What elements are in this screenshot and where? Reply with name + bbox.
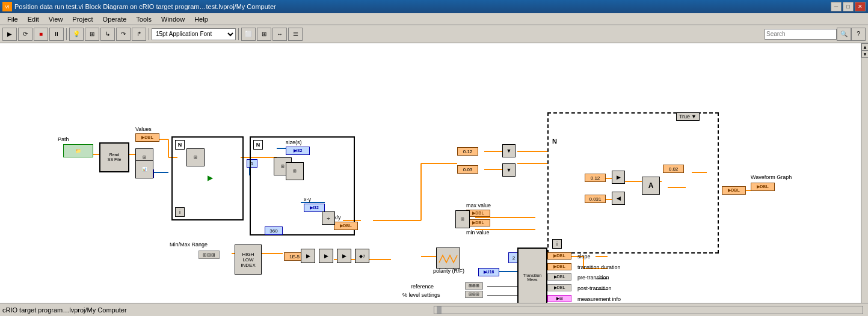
play-arrow-icon: ▶ — [205, 172, 215, 183]
font-selector[interactable]: 15pt Application Font — [152, 28, 236, 40]
read-ss-file-vi[interactable]: ReadSS File — [99, 142, 129, 172]
minimize-button[interactable]: ─ — [831, 2, 842, 11]
run-continuously-button[interactable]: ⟳ — [18, 28, 32, 41]
menu-operate[interactable]: Operate — [98, 14, 132, 24]
scroll-down-button[interactable]: ▼ — [861, 50, 868, 58]
case-n-label: N — [552, 138, 557, 145]
horizontal-scrollbar[interactable] — [434, 306, 864, 314]
toolbar-separator-1 — [66, 28, 67, 40]
0.12-constant-1[interactable]: 0.12 — [457, 147, 478, 156]
menu-bar: File Edit View Project Operate Tools Win… — [0, 13, 868, 25]
help-button[interactable]: ? — [851, 28, 866, 41]
case-comparator-2[interactable]: ◀ — [612, 192, 625, 205]
reference-terminal[interactable]: ⊞⊞⊞ — [465, 282, 483, 290]
diamond-block[interactable]: ◆? — [355, 249, 369, 263]
case-selector[interactable]: True ▼ — [676, 112, 700, 121]
max-value-dbl-2: ▶DBL — [466, 219, 490, 226]
close-button[interactable]: ✕ — [855, 2, 866, 11]
canvas-area: Path 📁 ReadSS File Values ▶DBL ⊞ 0 📊 N — [0, 43, 861, 303]
menu-help[interactable]: Help — [189, 14, 213, 24]
menu-view[interactable]: View — [44, 14, 68, 24]
max-value-label: max value — [466, 202, 491, 208]
size-i32-indicator: ▶I32 — [286, 147, 310, 155]
0.12-constant-2[interactable]: 0.12 — [585, 174, 606, 182]
scrollbar-right[interactable]: ▲ ▼ — [861, 43, 868, 303]
case-structure[interactable]: True ▼ N 0.12 0.031 ▶ ◀ A 0.02 i — [547, 112, 719, 254]
divide-block[interactable]: ÷ — [322, 211, 335, 225]
scroll-thumb[interactable] — [437, 306, 442, 314]
compare-block-1[interactable]: ▶ — [301, 249, 315, 263]
highlight-button[interactable]: 💡 — [69, 28, 84, 41]
search-container: 🔍 ? — [765, 28, 866, 41]
maximize-button[interactable]: □ — [843, 2, 854, 11]
0.02-constant[interactable]: 0.02 — [663, 165, 684, 173]
align-button[interactable]: ⬜ — [241, 28, 256, 41]
retain-wire-button[interactable]: ⊞ — [85, 28, 99, 41]
min-value-label: min value — [466, 229, 490, 235]
menu-project[interactable]: Project — [67, 14, 97, 24]
pause-button[interactable]: ⏸ — [49, 28, 64, 41]
compare-block-3[interactable]: ▶ — [337, 249, 351, 263]
min-max-range-label: Min/Max Range — [170, 242, 208, 248]
menu-file[interactable]: File — [2, 14, 23, 24]
transition-duration-label: transition duration — [577, 264, 621, 270]
360-constant[interactable]: 360 — [265, 226, 283, 235]
polarity-label: polarity (R/F) — [433, 268, 464, 274]
pct-level-terminal[interactable]: ⊞⊞⊞ — [465, 291, 483, 298]
true-label: True — [679, 114, 690, 120]
max-min-block[interactable]: ⊞ — [455, 210, 470, 228]
step-into-button[interactable]: ↳ — [100, 28, 115, 41]
toolbar-separator-2 — [149, 28, 149, 40]
run-button[interactable]: ▶ — [2, 28, 17, 41]
block-diagram[interactable]: Path 📁 ReadSS File Values ▶DBL ⊞ 0 📊 N — [0, 43, 861, 303]
array-block-2[interactable]: ⊞ — [286, 162, 304, 180]
abort-button[interactable]: ■ — [34, 28, 48, 41]
title-bar: VI Position data run test.vi Block Diagr… — [0, 0, 868, 13]
scroll-up-button[interactable]: ▲ — [861, 43, 868, 50]
transition-meas-vi[interactable]: TransitionMeas — [517, 248, 547, 303]
output-dbl-indicator: ▶DBL — [722, 186, 746, 195]
waveform-block[interactable] — [436, 248, 460, 269]
case-comparator-1[interactable]: ▶ — [612, 171, 625, 184]
path-control[interactable]: 📁 — [63, 144, 93, 157]
step-out-button[interactable]: ↱ — [132, 28, 146, 41]
step-over-button[interactable]: ↷ — [116, 28, 131, 41]
x-over-y-dbl-indicator: ▶DBL — [334, 222, 358, 230]
values-dbl-indicator: ▶DBL — [135, 133, 159, 142]
measurement-info-label: measurement info — [577, 296, 621, 302]
0.031-constant[interactable]: 0.031 — [585, 195, 606, 203]
inner-for-n-terminal: N — [253, 140, 263, 150]
0.03-constant[interactable]: 0.03 — [457, 165, 478, 174]
transition-dbl: ▶DBL — [547, 263, 571, 270]
resize-button[interactable]: ↔ — [272, 28, 287, 41]
pct-level-label: % level settings — [402, 292, 440, 298]
waveform-graph-dbl: ▶DBL — [751, 183, 775, 191]
high-low-index-block[interactable]: HIGH LOW INDEX — [235, 245, 262, 275]
spreadsheet-vi[interactable]: 📊 — [135, 160, 153, 178]
search-input[interactable] — [765, 29, 837, 40]
menu-window[interactable]: Window — [156, 14, 189, 24]
a-block[interactable]: A — [642, 177, 660, 195]
comparator-2[interactable]: ▼ — [502, 163, 516, 177]
pre-transition-terminal: ▶DBL — [547, 273, 571, 281]
diagram-svg — [0, 43, 861, 303]
x-y-label: x-y — [304, 196, 311, 202]
compare-block-2[interactable]: ▶ — [319, 249, 333, 263]
slope-dbl: ▶DBL — [547, 252, 571, 260]
comparator-1[interactable]: ▼ — [502, 144, 516, 157]
case-i-terminal: i — [552, 239, 562, 249]
size-s-label: size(s) — [286, 139, 302, 145]
subarray-block[interactable]: ⊞ — [186, 148, 205, 166]
min-max-terminal[interactable]: ⊞⊞⊞ — [199, 251, 220, 259]
for-loop-n-terminal: N — [175, 140, 185, 150]
reorder-button[interactable]: ☰ — [288, 28, 303, 41]
reference-label: reference — [411, 284, 434, 290]
window-controls[interactable]: ─ □ ✕ — [831, 2, 866, 11]
search-button[interactable]: 🔍 — [837, 28, 851, 41]
path-label: Path — [58, 136, 69, 142]
max-value-dbl-1: ▶DBL — [466, 210, 490, 217]
distribute-button[interactable]: ⊞ — [257, 28, 271, 41]
menu-edit[interactable]: Edit — [23, 14, 44, 24]
for-loop-i-terminal: i — [175, 207, 185, 217]
menu-tools[interactable]: Tools — [131, 14, 156, 24]
